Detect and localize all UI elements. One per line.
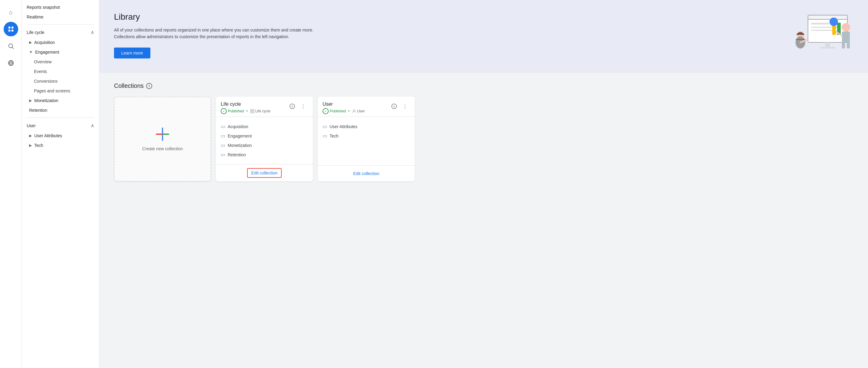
lifecycle-card-icons: i ⋮ bbox=[287, 101, 308, 111]
user-card-header: User Published • User bbox=[318, 97, 415, 117]
svg-rect-20 bbox=[796, 39, 805, 40]
user-info-icon[interactable]: i bbox=[389, 101, 399, 111]
list-item: ▭ Monetization bbox=[221, 140, 308, 150]
folder-icon-engagement: ▭ bbox=[221, 133, 225, 139]
svg-rect-23 bbox=[842, 32, 850, 42]
nav-separator-2 bbox=[27, 118, 94, 118]
collections-title: Collections bbox=[114, 82, 144, 89]
list-item: ▭ Acquisition bbox=[221, 122, 308, 131]
svg-rect-25 bbox=[847, 41, 850, 48]
plus-icon bbox=[155, 127, 170, 143]
page-title: Library bbox=[114, 12, 326, 22]
nav-acquisition[interactable]: ▶ Acquisition bbox=[22, 38, 99, 47]
svg-rect-10 bbox=[811, 23, 829, 25]
user-attributes-arrow-icon: ▶ bbox=[29, 134, 32, 138]
hero-banner: Library All of your collections and repo… bbox=[99, 0, 868, 73]
nav-reports-snapshot[interactable]: Reports snapshot bbox=[22, 2, 99, 12]
lifecycle-collection-card: Life cycle Published • Life cycle bbox=[216, 97, 313, 181]
list-item: ▭ Retention bbox=[221, 150, 308, 159]
folder-icon-tech: ▭ bbox=[322, 133, 327, 139]
user-more-icon[interactable]: ⋮ bbox=[400, 101, 410, 111]
lifecycle-info-icon[interactable]: i bbox=[287, 101, 297, 111]
nav-user-attributes[interactable]: ▶ User Attributes bbox=[22, 131, 99, 140]
lifecycle-card-body: ▭ Acquisition ▭ Engagement ▭ Monetizatio… bbox=[216, 117, 313, 164]
user-card-body: ▭ User Attributes ▭ Tech bbox=[318, 117, 415, 165]
svg-rect-17 bbox=[820, 47, 835, 48]
nav-overview[interactable]: Overview bbox=[22, 57, 99, 67]
svg-rect-16 bbox=[825, 42, 830, 47]
hero-text: Library All of your collections and repo… bbox=[114, 12, 326, 59]
dashboard-icon[interactable] bbox=[4, 22, 18, 36]
advertising-icon[interactable] bbox=[4, 56, 18, 70]
user-card-status: Published • User bbox=[322, 108, 389, 114]
folder-icon-retention: ▭ bbox=[221, 152, 225, 158]
user-edit-collection-button[interactable]: Edit collection bbox=[349, 169, 383, 178]
svg-rect-31 bbox=[252, 109, 254, 111]
collections-info-icon[interactable]: i bbox=[146, 83, 152, 89]
collections-header: Collections i bbox=[114, 82, 854, 89]
svg-text:i: i bbox=[292, 105, 293, 108]
home-icon[interactable]: ⌂ bbox=[4, 5, 18, 20]
cards-row: Create new collection Life cycle Publish… bbox=[114, 97, 854, 181]
svg-point-15 bbox=[830, 18, 838, 26]
lifecycle-nav-icon: Life cycle bbox=[250, 109, 271, 113]
lifecycle-edit-collection-button[interactable]: Edit collection bbox=[247, 168, 282, 178]
lifecycle-more-icon[interactable]: ⋮ bbox=[298, 101, 308, 111]
tech-arrow-icon: ▶ bbox=[29, 143, 32, 147]
lifecycle-chevron-icon: ∧ bbox=[91, 29, 94, 35]
user-collection-card: User Published • User bbox=[318, 97, 415, 181]
nav-tech[interactable]: ▶ Tech bbox=[22, 140, 99, 150]
collections-section: Collections i Create new collection bbox=[99, 73, 868, 191]
left-nav: Reports snapshot Realtime Life cycle ∧ ▶… bbox=[22, 0, 99, 368]
nav-retention[interactable]: Retention bbox=[22, 105, 99, 115]
svg-rect-0 bbox=[8, 27, 10, 29]
hero-description: All of your collections and reports orga… bbox=[114, 27, 326, 40]
folder-icon-user-attributes: ▭ bbox=[322, 124, 327, 129]
search-reports-icon[interactable] bbox=[4, 39, 18, 53]
svg-rect-24 bbox=[842, 41, 845, 48]
svg-rect-33 bbox=[252, 111, 254, 113]
nav-monetization[interactable]: ▶ Monetization bbox=[22, 96, 99, 105]
lifecycle-card-title-area: Life cycle Published • Life cycle bbox=[221, 101, 287, 114]
user-nav-icon: User bbox=[352, 109, 365, 113]
user-card-icons: i ⋮ bbox=[389, 101, 410, 111]
acquisition-arrow-icon: ▶ bbox=[29, 40, 32, 44]
svg-rect-30 bbox=[250, 109, 252, 111]
list-item: ▭ Tech bbox=[322, 131, 410, 140]
svg-rect-2 bbox=[8, 30, 10, 32]
svg-point-22 bbox=[842, 23, 850, 32]
monetization-arrow-icon: ▶ bbox=[29, 98, 32, 103]
engagement-arrow-icon: ▼ bbox=[29, 50, 33, 54]
nav-engagement[interactable]: ▼ Engagement bbox=[22, 47, 99, 57]
lifecycle-dot-sep: • bbox=[247, 109, 248, 113]
lifecycle-card-footer: Edit collection bbox=[216, 164, 313, 181]
svg-point-4 bbox=[8, 44, 12, 48]
nav-conversions[interactable]: Conversions bbox=[22, 76, 99, 86]
nav-events[interactable]: Events bbox=[22, 67, 99, 76]
svg-point-36 bbox=[353, 110, 355, 111]
user-card-title-area: User Published • User bbox=[322, 101, 389, 114]
svg-rect-3 bbox=[11, 30, 13, 32]
hero-illustration bbox=[787, 12, 854, 61]
svg-line-5 bbox=[12, 47, 13, 49]
main-content: Library All of your collections and repo… bbox=[99, 0, 868, 368]
svg-rect-13 bbox=[832, 26, 836, 35]
folder-icon-acquisition: ▭ bbox=[221, 124, 225, 129]
create-collection-label: Create new collection bbox=[142, 146, 183, 151]
list-item: ▭ User Attributes bbox=[322, 122, 410, 131]
svg-rect-9 bbox=[808, 15, 847, 20]
user-card-footer: Edit collection bbox=[318, 165, 415, 181]
learn-more-button[interactable]: Learn more bbox=[114, 47, 150, 59]
lifecycle-published-badge: Published bbox=[221, 108, 244, 114]
nav-realtime[interactable]: Realtime bbox=[22, 12, 99, 22]
user-published-badge: Published bbox=[322, 108, 346, 114]
user-card-title: User bbox=[322, 101, 389, 107]
icon-sidebar: ⌂ bbox=[0, 0, 22, 368]
user-section-header[interactable]: User ∧ bbox=[22, 120, 99, 131]
user-chevron-icon: ∧ bbox=[91, 123, 94, 128]
lifecycle-section-header[interactable]: Life cycle ∧ bbox=[22, 27, 99, 38]
folder-icon-monetization: ▭ bbox=[221, 142, 225, 148]
nav-pages-and-screens[interactable]: Pages and screens bbox=[22, 86, 99, 96]
lifecycle-card-header: Life cycle Published • Life cycle bbox=[216, 97, 313, 117]
create-collection-card[interactable]: Create new collection bbox=[114, 97, 211, 181]
